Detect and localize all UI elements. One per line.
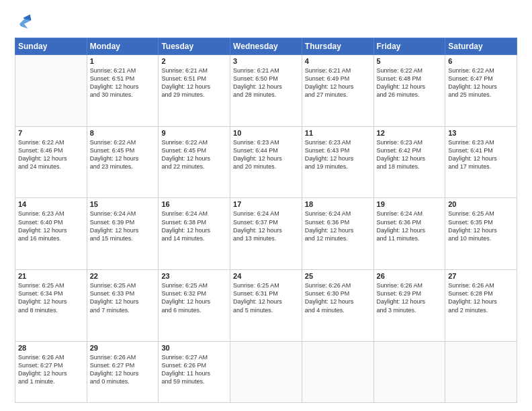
- day-info: Sunrise: 6:24 AM Sunset: 6:38 PM Dayligh…: [161, 210, 227, 242]
- day-number: 19: [377, 200, 443, 208]
- calendar-day-header: Friday: [373, 38, 445, 55]
- day-info: Sunrise: 6:22 AM Sunset: 6:46 PM Dayligh…: [18, 138, 84, 171]
- day-info: Sunrise: 6:25 AM Sunset: 6:31 PM Dayligh…: [233, 281, 299, 314]
- day-info: Sunrise: 6:22 AM Sunset: 6:47 PM Dayligh…: [448, 66, 514, 99]
- calendar-cell: 29Sunrise: 6:26 AM Sunset: 6:27 PM Dayli…: [87, 341, 159, 402]
- calendar-cell: 13Sunrise: 6:23 AM Sunset: 6:41 PM Dayli…: [445, 126, 517, 198]
- calendar-cell: 7Sunrise: 6:22 AM Sunset: 6:46 PM Daylig…: [15, 126, 87, 198]
- calendar-cell: 27Sunrise: 6:26 AM Sunset: 6:28 PM Dayli…: [445, 270, 517, 342]
- calendar-cell: 4Sunrise: 6:21 AM Sunset: 6:49 PM Daylig…: [302, 55, 373, 127]
- day-info: Sunrise: 6:23 AM Sunset: 6:42 PM Dayligh…: [377, 138, 443, 171]
- day-number: 30: [161, 344, 227, 352]
- day-info: Sunrise: 6:22 AM Sunset: 6:45 PM Dayligh…: [161, 138, 227, 171]
- calendar-day-header: Saturday: [445, 38, 517, 55]
- calendar-cell: 16Sunrise: 6:24 AM Sunset: 6:38 PM Dayli…: [159, 198, 230, 270]
- calendar-cell: [230, 341, 302, 402]
- calendar-cell: 21Sunrise: 6:25 AM Sunset: 6:34 PM Dayli…: [15, 270, 87, 342]
- day-number: 16: [161, 200, 227, 208]
- calendar-cell: 18Sunrise: 6:24 AM Sunset: 6:36 PM Dayli…: [302, 198, 373, 270]
- day-number: 7: [18, 129, 84, 137]
- calendar-cell: 24Sunrise: 6:25 AM Sunset: 6:31 PM Dayli…: [230, 270, 302, 342]
- day-info: Sunrise: 6:23 AM Sunset: 6:44 PM Dayligh…: [233, 138, 299, 171]
- header: [15, 12, 517, 31]
- calendar-cell: [302, 341, 373, 402]
- calendar-cell: 8Sunrise: 6:22 AM Sunset: 6:45 PM Daylig…: [87, 126, 159, 198]
- calendar-cell: 1Sunrise: 6:21 AM Sunset: 6:51 PM Daylig…: [87, 55, 159, 127]
- day-info: Sunrise: 6:24 AM Sunset: 6:36 PM Dayligh…: [377, 210, 443, 242]
- calendar-cell: 17Sunrise: 6:24 AM Sunset: 6:37 PM Dayli…: [230, 198, 302, 270]
- day-number: 25: [305, 272, 371, 280]
- calendar-cell: 30Sunrise: 6:27 AM Sunset: 6:26 PM Dayli…: [159, 341, 230, 402]
- page: SundayMondayTuesdayWednesdayThursdayFrid…: [0, 0, 532, 411]
- day-info: Sunrise: 6:21 AM Sunset: 6:51 PM Dayligh…: [161, 66, 227, 99]
- day-number: 14: [18, 200, 84, 208]
- day-info: Sunrise: 6:21 AM Sunset: 6:51 PM Dayligh…: [90, 66, 156, 99]
- day-number: 9: [161, 129, 227, 137]
- day-number: 10: [233, 129, 299, 137]
- day-number: 22: [90, 272, 156, 280]
- calendar-cell: 14Sunrise: 6:23 AM Sunset: 6:40 PM Dayli…: [15, 198, 87, 270]
- calendar-day-header: Monday: [87, 38, 159, 55]
- day-number: 11: [305, 129, 371, 137]
- day-info: Sunrise: 6:23 AM Sunset: 6:43 PM Dayligh…: [305, 138, 371, 171]
- calendar-cell: 20Sunrise: 6:25 AM Sunset: 6:35 PM Dayli…: [445, 198, 517, 270]
- calendar-cell: 11Sunrise: 6:23 AM Sunset: 6:43 PM Dayli…: [302, 126, 373, 198]
- day-number: 8: [90, 129, 156, 137]
- day-number: 26: [377, 272, 443, 280]
- day-number: 23: [161, 272, 227, 280]
- calendar-cell: 3Sunrise: 6:21 AM Sunset: 6:50 PM Daylig…: [230, 55, 302, 127]
- day-number: 6: [448, 57, 514, 65]
- calendar-cell: [15, 55, 87, 127]
- calendar-cell: 15Sunrise: 6:24 AM Sunset: 6:39 PM Dayli…: [87, 198, 159, 270]
- day-info: Sunrise: 6:25 AM Sunset: 6:33 PM Dayligh…: [90, 281, 156, 314]
- day-number: 29: [90, 344, 156, 352]
- calendar-day-header: Thursday: [302, 38, 373, 55]
- day-info: Sunrise: 6:25 AM Sunset: 6:32 PM Dayligh…: [161, 281, 227, 314]
- calendar-cell: 2Sunrise: 6:21 AM Sunset: 6:51 PM Daylig…: [159, 55, 230, 127]
- calendar-cell: 22Sunrise: 6:25 AM Sunset: 6:33 PM Dayli…: [87, 270, 159, 342]
- day-number: 1: [90, 57, 156, 65]
- day-number: 13: [448, 129, 514, 137]
- calendar-cell: 23Sunrise: 6:25 AM Sunset: 6:32 PM Dayli…: [159, 270, 230, 342]
- day-info: Sunrise: 6:26 AM Sunset: 6:30 PM Dayligh…: [305, 281, 371, 314]
- day-info: Sunrise: 6:25 AM Sunset: 6:35 PM Dayligh…: [448, 210, 514, 242]
- day-info: Sunrise: 6:22 AM Sunset: 6:48 PM Dayligh…: [377, 66, 443, 99]
- calendar-cell: 10Sunrise: 6:23 AM Sunset: 6:44 PM Dayli…: [230, 126, 302, 198]
- calendar-cell: 5Sunrise: 6:22 AM Sunset: 6:48 PM Daylig…: [373, 55, 445, 127]
- day-number: 5: [377, 57, 443, 65]
- calendar-cell: 26Sunrise: 6:26 AM Sunset: 6:29 PM Dayli…: [373, 270, 445, 342]
- day-number: 21: [18, 272, 84, 280]
- calendar-cell: 12Sunrise: 6:23 AM Sunset: 6:42 PM Dayli…: [373, 126, 445, 198]
- day-number: 17: [233, 200, 299, 208]
- calendar-week-row: 28Sunrise: 6:26 AM Sunset: 6:27 PM Dayli…: [15, 341, 517, 402]
- day-info: Sunrise: 6:26 AM Sunset: 6:27 PM Dayligh…: [18, 353, 84, 386]
- day-info: Sunrise: 6:25 AM Sunset: 6:34 PM Dayligh…: [18, 281, 84, 314]
- day-number: 3: [233, 57, 299, 65]
- day-info: Sunrise: 6:26 AM Sunset: 6:29 PM Dayligh…: [377, 281, 443, 314]
- day-number: 24: [233, 272, 299, 280]
- day-info: Sunrise: 6:23 AM Sunset: 6:41 PM Dayligh…: [448, 138, 514, 171]
- day-info: Sunrise: 6:21 AM Sunset: 6:49 PM Dayligh…: [305, 66, 371, 99]
- day-info: Sunrise: 6:24 AM Sunset: 6:36 PM Dayligh…: [305, 210, 371, 242]
- calendar-cell: 28Sunrise: 6:26 AM Sunset: 6:27 PM Dayli…: [15, 341, 87, 402]
- calendar-table: SundayMondayTuesdayWednesdayThursdayFrid…: [15, 38, 517, 403]
- day-info: Sunrise: 6:22 AM Sunset: 6:45 PM Dayligh…: [90, 138, 156, 171]
- day-info: Sunrise: 6:27 AM Sunset: 6:26 PM Dayligh…: [161, 353, 227, 386]
- calendar-day-header: Tuesday: [159, 38, 230, 55]
- calendar-cell: 19Sunrise: 6:24 AM Sunset: 6:36 PM Dayli…: [373, 198, 445, 270]
- day-number: 28: [18, 344, 84, 352]
- day-info: Sunrise: 6:24 AM Sunset: 6:37 PM Dayligh…: [233, 210, 299, 242]
- day-number: 27: [448, 272, 514, 280]
- day-info: Sunrise: 6:26 AM Sunset: 6:28 PM Dayligh…: [448, 281, 514, 314]
- calendar-header-row: SundayMondayTuesdayWednesdayThursdayFrid…: [15, 38, 517, 55]
- calendar-cell: 9Sunrise: 6:22 AM Sunset: 6:45 PM Daylig…: [159, 126, 230, 198]
- calendar-week-row: 7Sunrise: 6:22 AM Sunset: 6:46 PM Daylig…: [15, 126, 517, 198]
- day-number: 4: [305, 57, 371, 65]
- day-info: Sunrise: 6:23 AM Sunset: 6:40 PM Dayligh…: [18, 210, 84, 242]
- day-number: 20: [448, 200, 514, 208]
- calendar-week-row: 1Sunrise: 6:21 AM Sunset: 6:51 PM Daylig…: [15, 55, 517, 127]
- day-number: 15: [90, 200, 156, 208]
- calendar-day-header: Sunday: [15, 38, 87, 55]
- calendar-cell: 25Sunrise: 6:26 AM Sunset: 6:30 PM Dayli…: [302, 270, 373, 342]
- day-number: 18: [305, 200, 371, 208]
